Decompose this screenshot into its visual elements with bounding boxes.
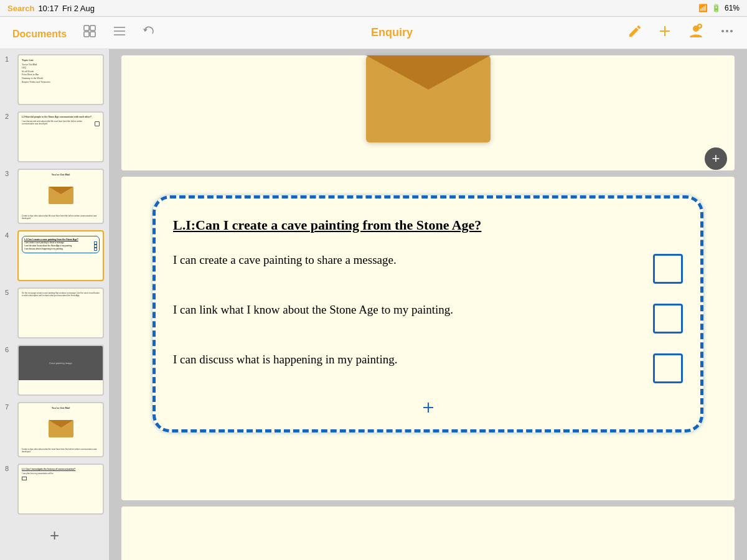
wifi-icon: 📶 [698, 4, 708, 12]
list-view-button[interactable] [110, 22, 129, 44]
slide-number-7: 7 [5, 402, 14, 411]
layout-view-button[interactable] [80, 22, 99, 44]
toolbar-left: Documents [10, 22, 159, 44]
slide-number-3: 3 [5, 169, 14, 177]
search-label[interactable]: Search [7, 4, 34, 13]
slide-thumb-content-1: Topic List You've Got MailLKQIt's all Gr… [19, 55, 103, 104]
li-objective-3: I can discuss what is happening in my pa… [173, 351, 683, 383]
svg-rect-0 [84, 26, 89, 30]
add-slide-button[interactable]: + [50, 526, 59, 545]
li-checkbox-1[interactable] [653, 254, 683, 284]
slide-thumbnail-5[interactable]: On the next page create a cave painting … [17, 287, 104, 338]
svg-point-15 [730, 30, 733, 32]
slide-number-2: 2 [5, 111, 14, 120]
slide-main-4: L.I:Can I create a cave painting from th… [121, 177, 735, 500]
add-below-button[interactable] [421, 401, 435, 418]
slide-thumb-content-8: L.I: Can I investigate the history of co… [19, 465, 103, 513]
slide-number-5: 5 [5, 287, 14, 296]
slide-thumbnail-7[interactable]: You've Got Mail Create a clips video abo… [17, 402, 104, 457]
li-title: L.I:Can I create a cave painting from th… [173, 216, 683, 235]
status-time: 10:17 [38, 4, 59, 13]
slide-number-6: 6 [5, 345, 14, 353]
slide-item-7[interactable]: 7 You've Got Mail Create a clips video a… [5, 402, 104, 457]
slide-thumbnail-2[interactable]: L.I:How did people in the Stone Age comm… [17, 111, 104, 162]
battery-level: 61% [725, 4, 740, 12]
slide-thumbnail-4[interactable]: L.I:Can I create a cave painting from th… [17, 230, 104, 281]
add-button[interactable] [655, 21, 675, 45]
li-objective-text-2: I can link what I know about the Stone A… [173, 301, 643, 319]
slide-item-5[interactable]: 5 On the next page create a cave paintin… [5, 287, 104, 338]
slide-item-1[interactable]: 1 Topic List You've Got MailLKQIt's all … [5, 54, 104, 105]
slide-thumb-content-6: Cave painting image [19, 346, 103, 394]
slide-item-3[interactable]: 3 You've Got Mail Create a clips video a… [5, 169, 104, 224]
status-bar-left: Search 10:17 Fri 2 Aug [7, 4, 95, 13]
svg-rect-2 [84, 32, 89, 37]
li-card: L.I:Can I create a cave painting from th… [153, 195, 703, 432]
svg-rect-1 [90, 26, 95, 30]
slide-thumb-content-5: On the next page create a cave painting … [19, 289, 103, 337]
slide-item-8[interactable]: 8 L.I: Can I investigate the history of … [5, 464, 104, 515]
li-objective-text-3: I can discuss what is happening in my pa… [173, 351, 643, 369]
more-button[interactable] [717, 21, 737, 45]
content-area: + L.I:Can I create a cave painting from … [109, 49, 747, 560]
slide-thumb-content-7: You've Got Mail Create a clips video abo… [19, 403, 103, 456]
slide-panel-top: + [121, 55, 735, 170]
documents-button[interactable]: Documents [10, 22, 69, 44]
slide-thumbnail-6[interactable]: Cave painting image [17, 345, 104, 396]
slide-item-2[interactable]: 2 L.I:How did people in the Stone Age co… [5, 111, 104, 162]
toolbar: Documents Enquiry [0, 17, 747, 49]
slide-thumb-content-4: L.I:Can I create a cave painting from th… [19, 231, 103, 280]
slide-panel-bottom [121, 506, 735, 560]
slide-item-4[interactable]: 4 L.I:Can I create a cave painting from … [5, 230, 104, 281]
undo-button[interactable] [140, 22, 159, 44]
pencil-button[interactable] [625, 21, 645, 45]
slide-item-6[interactable]: 6 Cave painting image [5, 345, 104, 396]
slide-number-1: 1 [5, 54, 14, 63]
slide-number-8: 8 [5, 464, 14, 472]
main-layout: 1 Topic List You've Got MailLKQIt's all … [0, 49, 747, 560]
status-bar: Search 10:17 Fri 2 Aug 📶 🔋 61% [0, 0, 747, 17]
status-bar-right: 📶 🔋 61% [698, 4, 740, 12]
add-below-container [173, 401, 683, 418]
li-objective-2: I can link what I know about the Stone A… [173, 301, 683, 334]
toolbar-right [625, 20, 737, 46]
svg-point-13 [721, 30, 724, 32]
profile-button[interactable] [685, 20, 707, 46]
li-checkbox-3[interactable] [653, 353, 683, 383]
slide-thumb-content-3: You've Got Mail Create a clips video abo… [19, 170, 103, 223]
svg-point-14 [726, 30, 728, 32]
li-checkbox-2[interactable] [653, 304, 683, 334]
li-objective-1: I can create a cave painting to share a … [173, 251, 683, 284]
li-objective-text-1: I can create a cave painting to share a … [173, 251, 643, 269]
battery-icon: 🔋 [712, 4, 721, 12]
slide-thumbnail-8[interactable]: L.I: Can I investigate the history of co… [17, 464, 104, 515]
slide-thumb-content-2: L.I:How did people in the Stone Age comm… [19, 113, 103, 161]
slide-thumbnail-1[interactable]: Topic List You've Got MailLKQIt's all Gr… [17, 54, 104, 105]
svg-rect-3 [90, 32, 95, 37]
status-date: Fri 2 Aug [62, 4, 95, 13]
slide-thumbnail-3[interactable]: You've Got Mail Create a clips video abo… [17, 169, 104, 224]
add-content-top-button[interactable]: + [705, 147, 727, 170]
slide-panel-sidebar: 1 Topic List You've Got MailLKQIt's all … [0, 49, 109, 560]
slide-number-4: 4 [5, 230, 14, 239]
document-title: Enquiry [371, 26, 413, 39]
